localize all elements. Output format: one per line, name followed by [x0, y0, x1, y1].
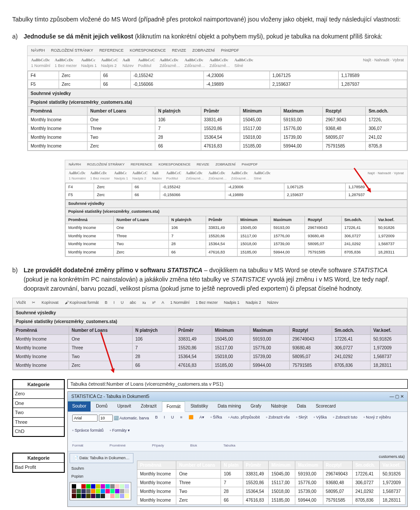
- statistica-tabs[interactable]: SouborDomůUpravitZobrazitFormátStatistik…: [68, 401, 407, 412]
- item-b-tail-1: – dvojklikem na tabulku v MS Word se ote…: [203, 267, 353, 274]
- word-ribbon-3: Vložit✂Kopírovat🖌 Kopírovat formátBIUabc…: [13, 298, 407, 308]
- statistica-title-text: STATISTICA Cz - Tabulka in Dokument5: [71, 393, 149, 400]
- data-window-title: 📄 Data: Tabulka in Dokumen…: [70, 453, 133, 464]
- app-name-2: STATISTICA: [353, 267, 388, 274]
- item-a-tail: (kliknutím na konkrétní objekt a pohybem…: [133, 33, 383, 40]
- statistica-titlebar: STATISTICA Cz - Tabulka in Dokument5 — ▢…: [68, 392, 407, 401]
- mini-title-1: Souhrn: [68, 465, 135, 473]
- table-stats-1: Souhrnné výsledkyPopisné statistiky (víc…: [28, 89, 407, 151]
- color-palette[interactable]: [70, 482, 131, 500]
- palette-footer-label: customers.sta): [137, 453, 406, 461]
- word-ribbon-styles: AaBbCcDc1 NormálníAaBbCcDc1 Bez mezerAaB…: [28, 56, 407, 71]
- screenshot-combo: KategorieZeroOneTwoThreeChD KategorieBad…: [12, 379, 408, 507]
- side-table-bottom: KategorieBad Profit: [12, 453, 65, 473]
- word-ribbon-tabs: NÁVRHROZLOŽENÍ STRÁNKYREFERENCEKORESPOND…: [28, 46, 407, 56]
- mini-title-2: Popisn: [68, 473, 135, 481]
- table-rows-f4f5-1: F4Zerc66-0,155242-4,230061,0671251,17858…: [28, 71, 407, 89]
- word-ribbon-tabs-2: NÁVRHROZLOŽENÍ STRÁNKYREFERENCEKORESPOND…: [65, 160, 407, 169]
- item-b-text: Lze provádět dodatečné změny přímo v sof…: [24, 266, 408, 293]
- list-marker-a: a): [12, 32, 24, 41]
- intro-paragraph: Tabulky tímto způsobem vložené do MS Wor…: [12, 15, 408, 24]
- app-name-3: STATISTICE: [231, 276, 266, 283]
- item-a-text: Jednoduše se dá měnit jejich velikost (k…: [24, 32, 408, 41]
- table-caption: Tabulka četností:Number of Loans (vícero…: [67, 379, 408, 389]
- statistica-data-table: ProměnnáNumber of LoansN platnPrůměrMini…: [137, 461, 406, 505]
- side-table-categories: KategorieZeroOneTwoThreeChD: [12, 379, 65, 437]
- list-marker-b: b): [12, 266, 24, 293]
- statistica-toolbar[interactable]: 🔠 Automatic. barvaBIU≡🟧A▾▫ Šířka▫ Auto. …: [68, 412, 407, 451]
- screenshot-word-3: Vložit✂Kopírovat🖌 Kopírovat formátBIUabc…: [12, 298, 408, 370]
- statistica-window: STATISTICA Cz - Tabulka in Dokument5 — ▢…: [67, 391, 408, 507]
- table-rows-f4f5-2: F4Zerc66-0,155242-4,230061,0671251,17858…: [65, 183, 407, 200]
- screenshot-word-2: NÁVRHROZLOŽENÍ STRÁNKYREFERENCEKORESPOND…: [65, 160, 408, 257]
- item-b-bold-1: Lze provádět dodatečné změny přímo v sof…: [24, 267, 167, 274]
- table-stats-3: Souhrnné výsledkyPopisné statistiky (víc…: [13, 308, 407, 370]
- item-a-bold: Jednoduše se dá měnit jejich velikost: [24, 33, 133, 40]
- item-b-tail-2: (pokud je na konkrétním PC nainstalován)…: [24, 276, 231, 283]
- window-controls[interactable]: — ▢ ✕: [389, 393, 404, 400]
- app-name-1: STATISTICA: [167, 267, 202, 274]
- screenshot-word-1: NÁVRHROZLOŽENÍ STRÁNKYREFERENCEKORESPOND…: [27, 46, 408, 151]
- table-stats-2: Souhrnné výsledkyPopisné statistiky (víc…: [65, 200, 407, 257]
